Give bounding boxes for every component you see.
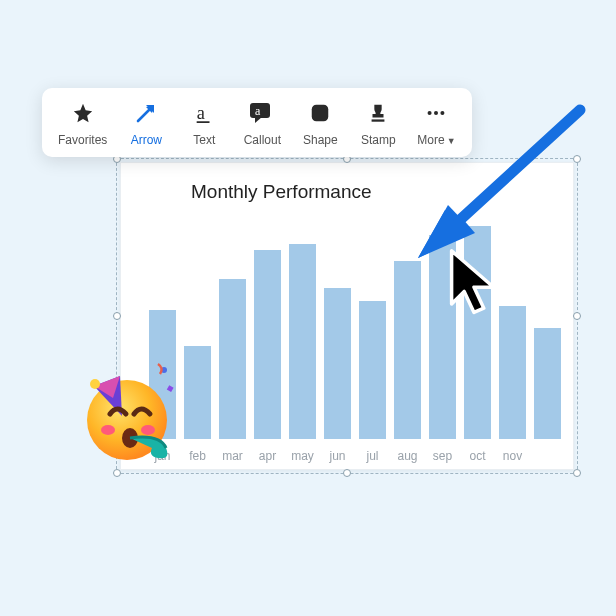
arrow-icon bbox=[133, 100, 159, 126]
svg-text:a: a bbox=[255, 104, 261, 118]
tool-stamp[interactable]: Stamp bbox=[359, 100, 397, 147]
tool-label: Arrow bbox=[131, 133, 162, 147]
resize-handle[interactable] bbox=[573, 469, 581, 477]
bar bbox=[324, 288, 351, 439]
tool-label: Favorites bbox=[58, 133, 107, 147]
resize-handle[interactable] bbox=[573, 155, 581, 163]
chart-xaxis: janfebmaraprmayjunjulaugsepoctnov bbox=[149, 449, 561, 463]
resize-handle[interactable] bbox=[343, 469, 351, 477]
tool-label: Text bbox=[193, 133, 215, 147]
tool-more[interactable]: More▼ bbox=[417, 100, 455, 147]
bar bbox=[184, 346, 211, 439]
star-icon bbox=[70, 100, 96, 126]
tool-arrow[interactable]: Arrow bbox=[127, 100, 165, 147]
svg-rect-5 bbox=[372, 119, 385, 121]
text-icon: a bbox=[191, 100, 217, 126]
bar bbox=[359, 301, 386, 439]
svg-point-15 bbox=[90, 379, 100, 389]
svg-point-6 bbox=[428, 111, 432, 115]
resize-handle[interactable] bbox=[573, 312, 581, 320]
bar bbox=[254, 250, 281, 439]
x-tick-label: nov bbox=[499, 449, 526, 463]
x-tick-label: aug bbox=[394, 449, 421, 463]
annotation-toolbar: Favorites Arrow a Text a Callout Shape S… bbox=[42, 88, 472, 157]
chart-card[interactable]: Monthly Performance janfebmaraprmayjunju… bbox=[120, 162, 574, 470]
bar bbox=[499, 306, 526, 439]
bar bbox=[534, 328, 561, 439]
svg-point-8 bbox=[441, 111, 445, 115]
tool-callout[interactable]: a Callout bbox=[243, 100, 281, 147]
svg-rect-4 bbox=[312, 105, 329, 122]
bar bbox=[219, 279, 246, 439]
svg-point-7 bbox=[434, 111, 438, 115]
x-tick-label: oct bbox=[464, 449, 491, 463]
tool-favorites[interactable]: Favorites bbox=[58, 100, 107, 147]
bar bbox=[464, 226, 491, 439]
resize-handle[interactable] bbox=[113, 469, 121, 477]
x-tick-label bbox=[534, 449, 561, 463]
stamp-icon bbox=[365, 100, 391, 126]
tool-label: More▼ bbox=[417, 133, 455, 147]
chart-bars bbox=[149, 217, 561, 439]
x-tick-label: jun bbox=[324, 449, 351, 463]
x-tick-label: apr bbox=[254, 449, 281, 463]
svg-point-17 bbox=[141, 425, 155, 435]
bar bbox=[289, 244, 316, 439]
tool-label: Callout bbox=[244, 133, 281, 147]
bar bbox=[394, 261, 421, 439]
x-tick-label: feb bbox=[184, 449, 211, 463]
x-tick-label: may bbox=[289, 449, 316, 463]
svg-rect-13 bbox=[167, 385, 174, 392]
svg-text:a: a bbox=[197, 103, 205, 123]
tool-label: Shape bbox=[303, 133, 338, 147]
x-tick-label: sep bbox=[429, 449, 456, 463]
chevron-down-icon: ▼ bbox=[447, 136, 456, 146]
x-tick-label: jul bbox=[359, 449, 386, 463]
tool-shape[interactable]: Shape bbox=[301, 100, 339, 147]
tool-label: Stamp bbox=[361, 133, 396, 147]
svg-point-16 bbox=[101, 425, 115, 435]
bar bbox=[429, 235, 456, 439]
party-face-sticker[interactable] bbox=[72, 358, 182, 468]
more-icon bbox=[423, 100, 449, 126]
chart-title: Monthly Performance bbox=[191, 181, 372, 203]
callout-icon: a bbox=[249, 100, 275, 126]
shape-icon bbox=[307, 100, 333, 126]
tool-text[interactable]: a Text bbox=[185, 100, 223, 147]
x-tick-label: mar bbox=[219, 449, 246, 463]
